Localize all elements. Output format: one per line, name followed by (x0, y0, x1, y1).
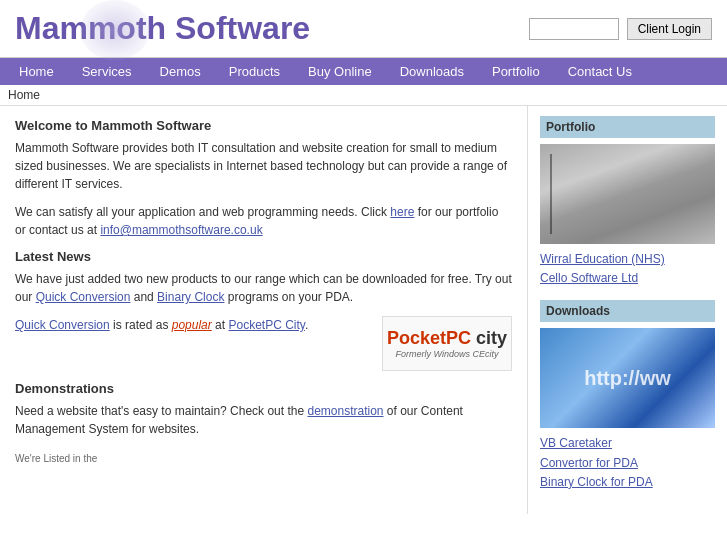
popular-text-post: at (212, 318, 229, 332)
portfolio-here-link[interactable]: here (390, 205, 414, 219)
demos-title: Demonstrations (15, 381, 512, 396)
logo-decoration (80, 0, 150, 60)
popular-link[interactable]: popular (172, 318, 212, 332)
welcome-text: Mammoth Software provides both IT consul… (15, 139, 512, 193)
demos-text-pre: Need a website that's easy to maintain? … (15, 404, 307, 418)
binary-clock-pda-link[interactable]: Binary Clock for PDA (540, 473, 715, 492)
cello-link[interactable]: Cello Software Ltd (540, 269, 715, 288)
popular-text-mid: is rated as (110, 318, 172, 332)
pocketpc-area: Quick Conversion is rated as popular at … (15, 316, 512, 371)
demos-paragraph: Need a website that's easy to maintain? … (15, 402, 512, 438)
header: Mammoth Software Client Login (0, 0, 727, 58)
nav-downloads[interactable]: Downloads (386, 58, 478, 85)
nav-products[interactable]: Products (215, 58, 294, 85)
pocketpc-city-link[interactable]: PocketPC City (228, 318, 304, 332)
breadcrumb: Home (0, 85, 727, 106)
portfolio-links: Wirral Education (NHS) Cello Software Lt… (540, 250, 715, 288)
convertor-pda-link[interactable]: Convertor for PDA (540, 454, 715, 473)
quick-conversion-link2[interactable]: Quick Conversion (15, 318, 110, 332)
nav-buy-online[interactable]: Buy Online (294, 58, 386, 85)
nav-portfolio[interactable]: Portfolio (478, 58, 554, 85)
pocketpc-text-area: Quick Conversion is rated as popular at … (15, 316, 372, 344)
period: . (305, 318, 308, 332)
downloads-image: http://ww (540, 328, 715, 428)
http-text: http://ww (584, 367, 671, 390)
footer-note: We're Listed in the (15, 453, 512, 464)
nav-contact-us[interactable]: Contact Us (554, 58, 646, 85)
downloads-sidebar-title: Downloads (540, 300, 715, 322)
header-right: Client Login (529, 18, 712, 40)
nav-home[interactable]: Home (5, 58, 68, 85)
pocketpc-logo: PocketPC city Formerly Windows CEcity (382, 316, 512, 371)
portfolio-paragraph: We can satisfy all your application and … (15, 203, 512, 239)
portfolio-sidebar-title: Portfolio (540, 116, 715, 138)
news-text-mid: and (130, 290, 157, 304)
demos-section: Demonstrations Need a website that's eas… (15, 381, 512, 438)
demonstration-link[interactable]: demonstration (307, 404, 383, 418)
pocketpc-logo-main: PocketPC city (387, 328, 507, 349)
binary-clock-link[interactable]: Binary Clock (157, 290, 224, 304)
email-link[interactable]: info@mammothsoftware.co.uk (100, 223, 262, 237)
vb-caretaker-link[interactable]: VB Caretaker (540, 434, 715, 453)
nav-demos[interactable]: Demos (146, 58, 215, 85)
main-nav: Home Services Demos Products Buy Online … (0, 58, 727, 85)
sidebar: Portfolio Wirral Education (NHS) Cello S… (527, 106, 727, 514)
welcome-title: Welcome to Mammoth Software (15, 118, 512, 133)
site-title: Mammoth Software (15, 10, 310, 47)
portfolio-text-pre: We can satisfy all your application and … (15, 205, 390, 219)
login-button[interactable]: Client Login (627, 18, 712, 40)
popular-paragraph: Quick Conversion is rated as popular at … (15, 316, 372, 334)
city-text: city (471, 328, 507, 348)
login-input[interactable] (529, 18, 619, 40)
main-layout: Welcome to Mammoth Software Mammoth Soft… (0, 106, 727, 514)
pocketpc-logo-subtitle: Formerly Windows CEcity (396, 349, 499, 359)
spiral-decoration (550, 154, 558, 234)
news-title: Latest News (15, 249, 512, 264)
nav-services[interactable]: Services (68, 58, 146, 85)
portfolio-image (540, 144, 715, 244)
downloads-links: VB Caretaker Convertor for PDA Binary Cl… (540, 434, 715, 492)
pocketpc-text: PocketPC (387, 328, 471, 348)
quick-conversion-link[interactable]: Quick Conversion (36, 290, 131, 304)
wirral-link[interactable]: Wirral Education (NHS) (540, 250, 715, 269)
news-text-post: programs on your PDA. (224, 290, 353, 304)
news-paragraph: We have just added two new products to o… (15, 270, 512, 306)
content-area: Welcome to Mammoth Software Mammoth Soft… (0, 106, 527, 514)
news-section: Latest News We have just added two new p… (15, 249, 512, 371)
